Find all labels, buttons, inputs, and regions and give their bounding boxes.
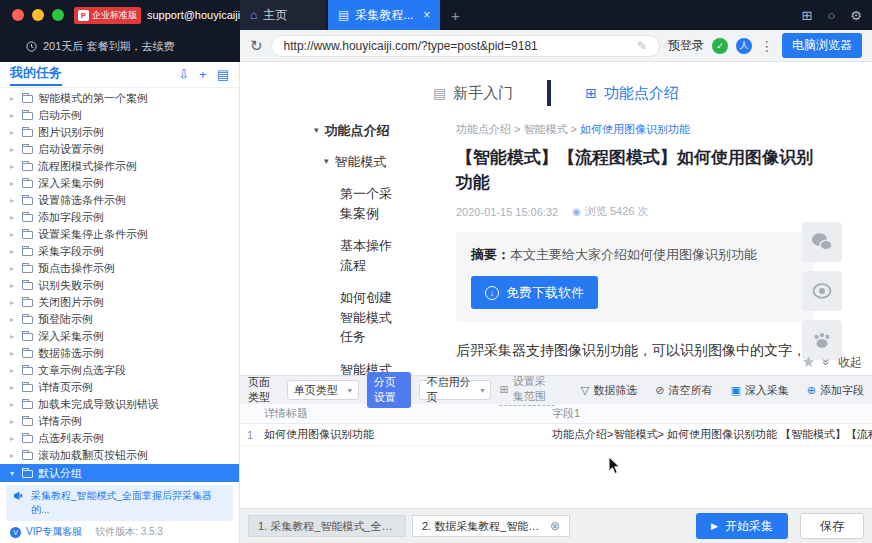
task-list-item[interactable]: ▸ 设置采集停止条件示例: [0, 226, 239, 243]
tab-home-label: 主页: [263, 7, 287, 24]
article-body: 后羿采集器支持图像识别功能，可以识别图像中的文字，但是并非所: [456, 342, 814, 360]
breadcrumb-path[interactable]: 功能点介绍 > 智能模式 >: [456, 123, 577, 135]
workspace-tab-1[interactable]: 1. 采集教程_智能模式_全面掌握后羿...: [248, 515, 406, 537]
task-list-item[interactable]: ▸ 详情页示例: [0, 379, 239, 396]
task-list-item[interactable]: ▸ 加载未完成导致识别错误: [0, 396, 239, 413]
save-button[interactable]: 保存: [800, 513, 864, 539]
save-label: 保存: [820, 518, 844, 535]
close-tab-icon[interactable]: ⊗: [550, 519, 560, 533]
task-list-item[interactable]: ▸ 启动示例: [0, 107, 239, 124]
menu-sub-item[interactable]: 基本操作流程: [340, 236, 400, 275]
vip-support-link[interactable]: VIP专属客服: [26, 525, 82, 539]
browser-mode-button[interactable]: 电脑浏览器: [782, 33, 862, 58]
menu-sub-item[interactable]: 第一个采集案例: [340, 184, 400, 223]
page-type-label: 页面类型: [248, 375, 279, 405]
close-window-button[interactable]: [12, 9, 24, 21]
import-task-icon[interactable]: ⇩: [178, 67, 189, 82]
chevron-right-icon: ▸: [10, 128, 17, 137]
column-header-field1[interactable]: 字段1: [548, 406, 872, 421]
folder-icon: [22, 384, 33, 392]
page-type-select[interactable]: 单页类型 ▾: [287, 380, 359, 400]
column-header-title[interactable]: 详情标题: [260, 406, 548, 421]
download-button-label: 免费下载软件: [506, 283, 584, 303]
chevron-right-icon: ▸: [10, 196, 17, 205]
edit-url-icon[interactable]: ✎: [637, 39, 647, 53]
new-tab-button[interactable]: +: [442, 0, 468, 30]
task-label: 滚动加载翻页按钮示例: [38, 448, 148, 463]
star-icon[interactable]: ★: [802, 353, 815, 371]
task-list-item[interactable]: ▸ 深入采集示例: [0, 175, 239, 192]
nav-features-link[interactable]: ⊞ 功能点介绍: [585, 84, 679, 103]
deep-collect-icon: ▣: [730, 384, 740, 397]
article-views: 浏览 5426 次: [585, 204, 649, 219]
deep-collect-button[interactable]: ▣ 深入采集: [730, 383, 788, 398]
tab-home[interactable]: ⌂ 主页: [240, 0, 326, 30]
task-label: 启动设置示例: [38, 142, 104, 157]
cell-title[interactable]: 如何使用图像识别功能: [260, 427, 548, 442]
nav-beginner-link[interactable]: ▤ 新手入门: [433, 84, 513, 103]
grid-icon: ⊞: [585, 85, 597, 101]
task-list-item[interactable]: ▸ 添加字段示例: [0, 209, 239, 226]
chevron-right-icon: ▸: [10, 315, 17, 324]
menu-section-item[interactable]: ▾ 智能模式: [324, 153, 430, 171]
refresh-icon[interactable]: ↻: [250, 37, 263, 55]
new-task-icon[interactable]: +: [199, 67, 207, 82]
task-label: 启动示例: [38, 108, 82, 123]
green-status-icon[interactable]: ✓: [712, 38, 728, 54]
breadcrumb-current[interactable]: 如何使用图像识别功能: [580, 123, 690, 135]
task-list-item[interactable]: ▸ 预登陆示例: [0, 311, 239, 328]
breadcrumb: 功能点介绍 > 智能模式 > 如何使用图像识别功能: [456, 122, 814, 137]
task-list-item[interactable]: ▸ 采集字段示例: [0, 243, 239, 260]
pagination-select[interactable]: 不启用分页 ▾: [419, 380, 491, 400]
wechat-share-button[interactable]: [802, 222, 842, 262]
menu-sub-items: 第一个采集案例 基本操作流程 如何创建智能模式任务 智能模式任务编辑界面介绍: [340, 184, 430, 375]
apps-grid-icon[interactable]: ⊞: [802, 8, 813, 23]
folder-icon: [22, 163, 33, 171]
renewal-bar[interactable]: 201天后 套餐到期，去续费: [0, 30, 240, 62]
collapse-button[interactable]: 收起: [838, 354, 862, 371]
task-list-item[interactable]: ▸ 文章示例点选字段: [0, 362, 239, 379]
task-list-item[interactable]: ▸ 详情示例: [0, 413, 239, 430]
clear-all-button[interactable]: ⊘ 清空所有: [655, 383, 712, 398]
task-group-icon[interactable]: ▤: [217, 67, 229, 82]
workspace-tab-2[interactable]: 2. 数据采集教程_智能模式_如何使... ⊗: [412, 515, 570, 537]
task-list-item[interactable]: ▸ 启动设置示例: [0, 141, 239, 158]
minimize-window-button[interactable]: [32, 9, 44, 21]
task-list-item[interactable]: ▸ 点选列表示例: [0, 430, 239, 447]
cell-field1[interactable]: 功能点介绍>智能模式> 如何使用图像识别功能 【智能模式】【流程图模式】如何使用…: [548, 427, 872, 442]
task-list-item[interactable]: ▸ 深入采集示例: [0, 328, 239, 345]
weibo-share-button[interactable]: [802, 271, 842, 311]
chevron-right-icon: ▸: [10, 366, 17, 375]
task-list: ▸ 智能模式的第一个案例 ▸ 启动示例 ▸ 图片识别示例 ▸: [0, 88, 239, 464]
task-list-item[interactable]: ▸ 滚动加载翻页按钮示例: [0, 447, 239, 464]
maximize-window-button[interactable]: [52, 9, 64, 21]
task-list-item[interactable]: ▸ 图片识别示例: [0, 124, 239, 141]
menu-root-item[interactable]: ▾ 功能点介绍: [314, 122, 430, 140]
tab-tutorial[interactable]: ▤ 采集教程... ×: [328, 0, 440, 30]
task-list-item[interactable]: ▸ 数据筛选示例: [0, 345, 239, 362]
close-tab-icon[interactable]: ×: [423, 8, 430, 22]
start-collect-button[interactable]: ▶ 开始采集: [696, 513, 788, 539]
task-list-item[interactable]: ▸ 设置筛选条件示例: [0, 192, 239, 209]
folder-icon: [22, 316, 33, 324]
pre-login-button[interactable]: 预登录: [668, 37, 704, 54]
gear-icon[interactable]: ⚙: [850, 8, 862, 23]
set-range-link[interactable]: ⊞ 设置采集范围: [499, 374, 554, 406]
circle-status-icon[interactable]: ○: [827, 8, 835, 23]
task-list-item[interactable]: ▸ 流程图模式操作示例: [0, 158, 239, 175]
add-field-button[interactable]: ⊕ 添加字段: [807, 383, 864, 398]
task-label: 点选列表示例: [38, 431, 104, 446]
table-row[interactable]: 1 如何使用图像识别功能 功能点介绍>智能模式> 如何使用图像识别功能 【智能模…: [240, 424, 872, 446]
task-list-item[interactable]: ▸ 识别失败示例: [0, 277, 239, 294]
url-input[interactable]: http://www.houyicaiji.com/?type=post&pid…: [271, 35, 660, 57]
notice-banner[interactable]: 采集教程_智能模式_全面掌握后羿采集器的...: [6, 485, 233, 521]
menu-sub-item[interactable]: 如何创建智能模式任务: [340, 288, 400, 347]
more-menu-icon[interactable]: ⋮: [760, 38, 774, 54]
task-list-item[interactable]: ▸ 预点击操作示例: [0, 260, 239, 277]
default-group-row[interactable]: ▾ 默认分组: [0, 464, 239, 482]
task-list-item[interactable]: ▸ 关闭图片示例: [0, 294, 239, 311]
task-list-item[interactable]: ▸ 智能模式的第一个案例: [0, 90, 239, 107]
download-button[interactable]: ↓ 免费下载软件: [471, 276, 598, 310]
account-status-icon[interactable]: 人: [736, 38, 752, 54]
data-filter-button[interactable]: ▽ 数据筛选: [581, 383, 637, 398]
